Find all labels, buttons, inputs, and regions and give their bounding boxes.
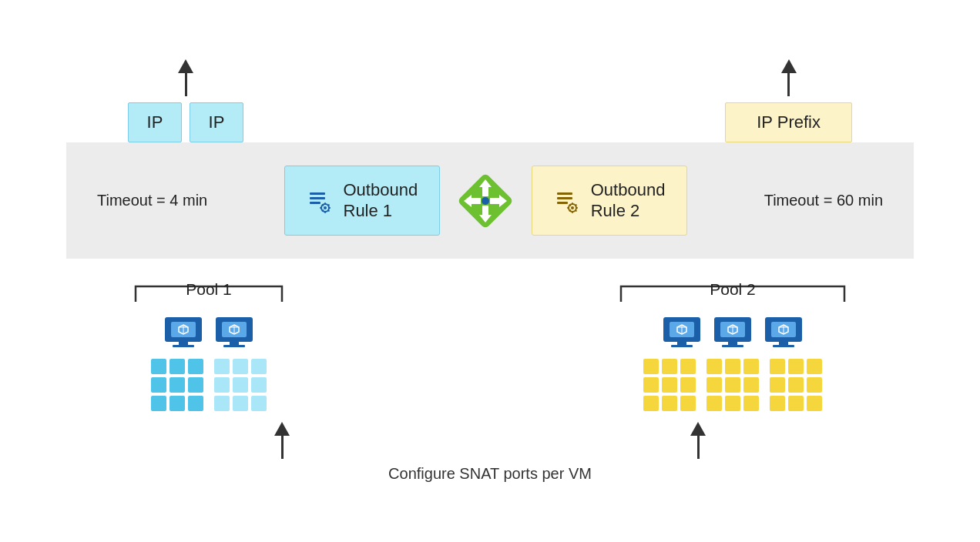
port-cell	[151, 396, 166, 411]
bottom-arrows-row	[66, 422, 914, 459]
top-left: IP IP	[128, 59, 243, 142]
port-cell	[788, 377, 804, 393]
middle-band: Timeout = 4 min	[66, 142, 914, 259]
arrow-line-bottom-right	[697, 436, 700, 459]
port-cell	[151, 359, 166, 374]
top-section: IP IP IP Prefix	[66, 59, 914, 142]
port-cell	[725, 396, 740, 411]
arrow-line-right	[787, 73, 790, 96]
svg-rect-8	[328, 207, 331, 209]
svg-rect-26	[567, 207, 569, 209]
svg-rect-41	[230, 342, 239, 345]
port-grid-2a	[643, 359, 696, 411]
pool-1-wrap: Pool 1	[128, 282, 290, 411]
timeout-label-left: Timeout = 4 min	[66, 192, 238, 209]
port-cell	[643, 359, 659, 374]
port-cell	[233, 396, 248, 411]
arrowhead-bottom-right	[690, 422, 706, 436]
ip-prefix-box: IP Prefix	[725, 102, 852, 142]
port-cell	[214, 396, 230, 411]
pool-2-vms	[662, 311, 804, 351]
port-cell	[680, 377, 696, 393]
port-cell	[188, 396, 203, 411]
port-cell	[680, 359, 696, 374]
port-cell	[770, 396, 785, 411]
arrowhead-bottom-left	[274, 422, 290, 436]
svg-rect-27	[576, 207, 578, 209]
svg-rect-62	[779, 342, 788, 345]
svg-rect-21	[557, 202, 568, 204]
port-cell	[743, 396, 759, 411]
arrow-up-right	[781, 59, 797, 96]
port-cell	[214, 359, 230, 374]
vm-icon-1	[163, 311, 203, 351]
nat-diamond-icon	[458, 173, 513, 229]
svg-rect-35	[173, 345, 194, 347]
port-cell	[662, 359, 677, 374]
port-cell	[743, 359, 759, 374]
rule-icon-svg-1	[307, 188, 333, 214]
port-cell	[662, 396, 677, 411]
svg-rect-42	[223, 345, 245, 347]
arrowhead-left	[178, 59, 193, 73]
outbound-rule-1: OutboundRule 1	[284, 166, 441, 236]
pool-1-bracket-row: Pool 1	[128, 282, 290, 303]
port-cell	[251, 377, 267, 393]
svg-point-18	[482, 197, 489, 205]
port-cell	[807, 377, 822, 393]
vm-icon-4	[713, 311, 753, 351]
bottom-arrow-right	[690, 422, 706, 459]
top-right: IP Prefix	[725, 59, 852, 142]
rule-icon-svg-2	[554, 188, 580, 214]
port-grid-2c	[770, 359, 822, 411]
port-cell	[214, 377, 230, 393]
port-grid-2b	[706, 359, 759, 411]
pool-2-wrap: Pool 2	[613, 282, 852, 411]
svg-rect-25	[572, 211, 573, 213]
pool-2-port-grids	[643, 359, 822, 411]
ip-boxes: IP IP	[128, 102, 243, 142]
pool-1-label: Pool 1	[186, 280, 232, 299]
port-cell	[706, 396, 722, 411]
bottom-arrow-left	[274, 422, 290, 459]
svg-rect-20	[557, 197, 572, 199]
nat-diamond-position	[458, 173, 513, 232]
port-cell	[643, 377, 659, 393]
svg-rect-0	[310, 192, 325, 195]
port-cell	[788, 359, 804, 374]
svg-rect-56	[722, 345, 743, 347]
rule-icon-2	[554, 188, 580, 214]
port-cell	[251, 359, 267, 374]
port-grid-1b	[214, 359, 267, 411]
port-cell	[188, 377, 203, 393]
pool-1-vms	[163, 311, 254, 351]
port-cell	[643, 396, 659, 411]
svg-rect-2	[310, 202, 321, 204]
pool-2-bracket-row: Pool 2	[613, 282, 852, 303]
rule-text-2: OutboundRule 2	[591, 180, 666, 221]
port-cell	[662, 377, 677, 393]
ip-box-2: IP	[190, 102, 243, 142]
port-cell	[725, 377, 740, 393]
snat-label-row: Configure SNAT ports per VM	[66, 465, 914, 483]
port-cell	[706, 377, 722, 393]
svg-rect-5	[324, 202, 326, 205]
svg-point-4	[324, 206, 327, 209]
outbound-rule-2: OutboundRule 2	[532, 166, 688, 236]
port-cell	[169, 359, 185, 374]
port-cell	[233, 359, 248, 374]
port-cell	[706, 359, 722, 374]
port-cell	[169, 377, 185, 393]
rule-text-1: OutboundRule 1	[344, 180, 418, 221]
svg-rect-7	[320, 207, 322, 209]
vm-icon-3	[662, 311, 702, 351]
arrow-up-left	[178, 59, 193, 96]
arrow-line-bottom-left	[281, 436, 284, 459]
svg-point-23	[571, 206, 574, 209]
port-cell	[788, 396, 804, 411]
port-grid-1a	[151, 359, 203, 411]
port-cell	[807, 396, 822, 411]
rule-icon-1	[307, 188, 333, 214]
vm-icon-5	[764, 311, 804, 351]
port-cell	[151, 377, 166, 393]
